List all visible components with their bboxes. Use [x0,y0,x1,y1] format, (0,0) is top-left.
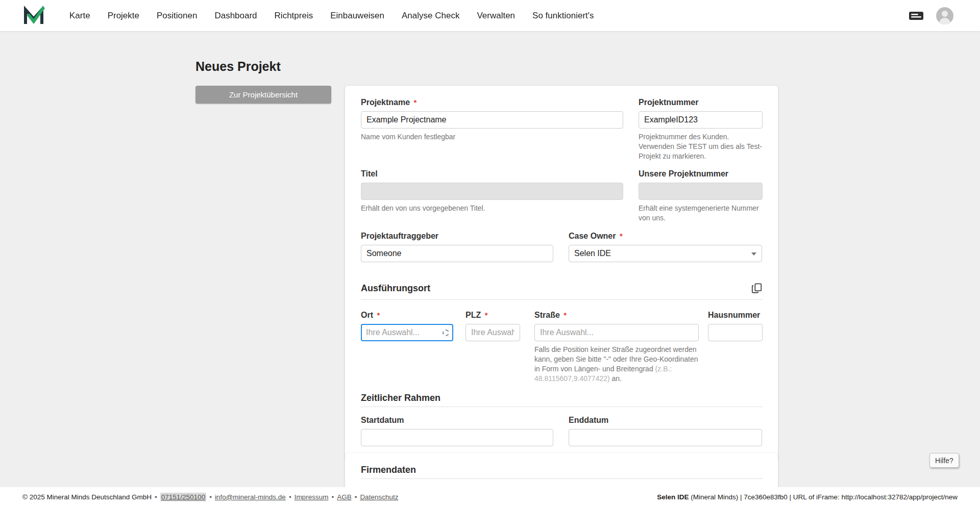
main-nav: Karte Projekte Positionen Dashboard Rich… [69,11,594,21]
copyright-text: © 2025 Mineral Minds Deutschland GmbH [22,493,152,501]
help-button[interactable]: Hilfe? [929,453,959,468]
enddatum-label: Enddatum [569,416,608,424]
projektauftraggeber-input[interactable] [361,245,553,262]
projektauftraggeber-label: Projektauftraggeber [361,232,438,240]
case-owner-selected-value: Selen IDE [574,249,611,258]
field-ort: Ort * [361,310,453,341]
ort-label: Ort [361,311,373,319]
projektname-helper: Name vom Kunden festlegbar [361,132,623,142]
strasse-helper-end: an. [610,374,622,383]
plz-label: PLZ [465,311,481,319]
field-projektauftraggeber: Projektauftraggeber [361,231,553,262]
projektnummer-label: Projektnummer [639,98,698,107]
startdatum-label: Startdatum [361,416,404,424]
firmendaten-title: Firmendaten [361,465,416,475]
required-marker: * [414,98,417,107]
datenschutz-link[interactable]: Datenschutz [360,493,398,501]
required-marker: * [377,311,380,319]
hausnummer-input[interactable] [708,324,763,341]
email-link[interactable]: info@mineral-minds.de [215,493,286,501]
session-user: Selen IDE [657,493,689,501]
field-strasse: Straße * Falls die Position keiner Straß… [534,310,699,384]
titel-label: Titel [361,169,378,178]
ausfuehrungsort-title: Ausführungsort [361,283,430,294]
nav-item-positionen[interactable]: Positionen [157,11,197,21]
loading-spinner-icon [443,329,449,336]
separator-dot: • [355,493,357,501]
field-unsere-projektnummer: Unsere Projektnummer Erhält eine systemg… [639,169,763,223]
case-owner-select[interactable]: Selen IDE [569,245,762,262]
strasse-helper: Falls die Position keiner Straße zugeord… [534,345,699,384]
copy-icon[interactable] [751,283,763,294]
agb-link[interactable]: AGB [337,493,352,501]
projektnummer-input[interactable] [639,111,763,129]
unsere-projektnummer-label: Unsere Projektnummer [639,169,728,178]
projektname-label: Projektname [361,98,410,107]
nav-item-einbauweisen[interactable]: Einbauweisen [330,11,384,21]
impressum-link[interactable]: Impressum [295,493,329,501]
session-info: Selen IDE (Mineral Minds) | 7ce360e83fb0… [657,493,958,501]
strasse-helper-main: Falls die Position keiner Straße zugeord… [534,345,698,373]
field-enddatum: Enddatum [569,415,762,446]
required-marker: * [620,232,623,240]
zeitlicher-rahmen-title: Zeitlicher Rahmen [361,393,440,403]
ort-input-wrapper [361,324,453,341]
strasse-input[interactable] [534,324,699,341]
footer: © 2025 Mineral Minds Deutschland GmbH • … [0,487,980,507]
plz-input[interactable] [465,324,520,341]
titel-input [361,183,623,200]
nav-item-projekte[interactable]: Projekte [108,11,139,21]
unsere-projektnummer-helper: Erhält eine systemgenerierte Nummer von … [639,204,763,223]
avatar-head [942,11,948,17]
nav-item-analyse-check[interactable]: Analyse Check [402,11,459,21]
session-details: (Mineral Minds) | 7ce360e83fb0 | URL of … [689,493,958,501]
nav-item-karte[interactable]: Karte [69,11,90,21]
navbar-right [909,7,980,24]
field-case-owner: Case Owner * Selen IDE [569,231,762,262]
mineral-minds-logo-icon[interactable] [22,5,45,27]
startdatum-input[interactable] [361,429,553,446]
field-projektnummer: Projektnummer Projektnummer des Kunden. … [639,97,763,161]
chevron-down-icon [751,252,756,256]
section-ausfuehrungsort: Ausführungsort [361,278,763,300]
projektnummer-helper: Projektnummer des Kunden. Verwenden Sie … [639,132,763,161]
field-plz: PLZ * [465,310,520,341]
titel-helper: Erhält den von uns vorgegebenen Titel. [361,204,623,213]
project-overview-button[interactable]: Zur Projektübersicht [195,86,331,104]
projektname-input[interactable] [361,111,623,129]
server-icon[interactable] [909,11,924,21]
field-hausnummer: Hausnummer [708,310,763,341]
project-form-card: Projektname * Name vom Kunden festlegbar… [345,86,778,459]
nav-item-so-funktionierts[interactable]: So funktioniert's [532,11,594,21]
enddatum-input[interactable] [569,429,762,446]
user-avatar[interactable] [936,7,953,24]
page-title: Neues Projekt [195,59,281,74]
avatar-body [939,18,950,24]
section-firmendaten: Firmendaten [361,465,763,487]
required-marker: * [564,311,567,319]
section-zeitlicher-rahmen: Zeitlicher Rahmen [361,393,763,415]
field-titel: Titel Erhält den von uns vorgegebenen Ti… [361,169,623,213]
case-owner-label: Case Owner [569,232,616,240]
ort-input[interactable] [366,328,443,337]
nav-item-dashboard[interactable]: Dashboard [214,11,257,21]
nav-item-verwalten[interactable]: Verwalten [477,11,515,21]
separator-dot: • [289,493,291,501]
separator-dot: • [209,493,212,501]
separator-dot: • [331,493,334,501]
strasse-label: Straße [534,311,560,319]
separator-dot: • [155,493,157,501]
phone-link[interactable]: 07151/250100 [160,493,206,501]
nav-item-richtpreis[interactable]: Richtpreis [275,11,313,21]
required-marker: * [485,311,488,319]
field-startdatum: Startdatum [361,415,553,446]
top-navbar: Karte Projekte Positionen Dashboard Rich… [0,0,980,31]
hausnummer-label: Hausnummer [708,311,760,319]
field-projektname: Projektname * Name vom Kunden festlegbar [361,97,623,142]
footer-info: © 2025 Mineral Minds Deutschland GmbH • … [22,493,398,501]
unsere-projektnummer-input [639,183,763,200]
